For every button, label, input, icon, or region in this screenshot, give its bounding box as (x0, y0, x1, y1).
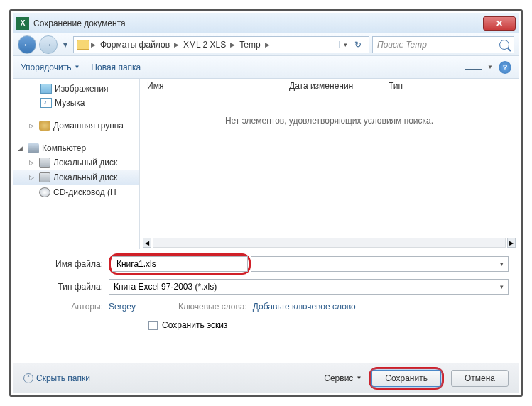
excel-icon: X (16, 17, 29, 30)
folder-icon (77, 40, 89, 50)
tree-item-computer[interactable]: ◢Компьютер (13, 141, 139, 155)
window-title: Сохранение документа (33, 18, 483, 28)
organize-button[interactable]: Упорядочить ▼ (21, 62, 80, 72)
crumb-2[interactable]: XML 2 XLS (180, 40, 229, 50)
music-icon (40, 98, 52, 108)
highlight-save: Сохранить (369, 367, 444, 390)
tree-item-drive1[interactable]: ▷Локальный диск (13, 155, 139, 170)
thumbnail-checkbox[interactable] (148, 321, 158, 330)
forward-button[interactable]: → (39, 35, 58, 54)
save-button[interactable]: Сохранить (371, 370, 441, 387)
pictures-icon (40, 84, 52, 94)
authors-value[interactable]: Sergey (109, 302, 136, 312)
chevron-right-icon: ▶ (174, 41, 179, 48)
cancel-button[interactable]: Отмена (451, 370, 509, 387)
scroll-track[interactable] (153, 238, 506, 248)
list-header: Имя Дата изменения Тип (140, 79, 519, 94)
tags-value[interactable]: Добавьте ключевое слово (253, 302, 356, 312)
tree-item-pictures[interactable]: Изображения (13, 82, 139, 96)
title-bar: X Сохранение документа ✕ (13, 13, 519, 33)
computer-icon (28, 143, 39, 153)
filetype-combo[interactable]: Книга Excel 97-2003 (*.xls) (109, 279, 509, 295)
tree-item-cd[interactable]: CD-дисковод (H (13, 185, 139, 199)
hide-folders-button[interactable]: ˄ Скрыть папки (23, 373, 90, 383)
crumb-3[interactable]: Temp (237, 40, 263, 50)
search-icon (499, 40, 509, 50)
form-area: Имя файла: Книга1.xls ▾ Тип файла: Книга… (13, 249, 519, 334)
filetype-label: Тип файла: (23, 282, 109, 292)
caret-icon: ▷ (29, 174, 36, 181)
caret-icon: ▷ (29, 122, 36, 129)
drive-icon (39, 158, 50, 168)
breadcrumb-dropdown[interactable]: ▾ (339, 41, 347, 48)
homegroup-icon (39, 121, 50, 131)
chevron-down-icon: ▼ (356, 375, 362, 381)
drive-icon (39, 172, 50, 182)
refresh-button[interactable]: ↻ (349, 37, 366, 53)
help-button[interactable]: ? (499, 61, 511, 74)
body-area: Изображения Музыка ▷Домашняя группа ◢Ком… (13, 79, 519, 249)
close-button[interactable]: ✕ (483, 16, 516, 31)
nav-tree[interactable]: Изображения Музыка ▷Домашняя группа ◢Ком… (13, 79, 140, 249)
hscrollbar[interactable]: ◀ ▶ (140, 236, 519, 249)
back-button[interactable]: ← (18, 35, 36, 54)
breadcrumb[interactable]: ▶ Форматы файлов ▶ XML 2 XLS ▶ Temp ▶ ▾ … (73, 36, 369, 53)
chevron-right-icon: ▶ (230, 41, 235, 48)
highlight-filename: Книга1.xls (109, 253, 251, 275)
chevron-right-icon: ▶ (265, 41, 270, 48)
footer: ˄ Скрыть папки Сервис ▼ Сохранить Отмена (13, 363, 519, 393)
thumbnail-label: Сохранить эскиз (162, 320, 228, 330)
nav-bar: ← → ▾ ▶ Форматы файлов ▶ XML 2 XLS ▶ Tem… (13, 33, 519, 56)
col-type[interactable]: Тип (381, 79, 452, 94)
toolbar-right: ▼ ? (465, 61, 511, 74)
thumbnail-row[interactable]: Сохранить эскиз (23, 320, 509, 330)
new-folder-button[interactable]: Новая папка (91, 62, 141, 72)
cd-icon (39, 187, 50, 197)
tree-item-homegroup[interactable]: ▷Домашняя группа (13, 119, 139, 133)
chevron-up-icon: ˄ (23, 373, 33, 383)
scroll-left-icon[interactable]: ◀ (143, 238, 151, 248)
col-name[interactable]: Имя (140, 79, 282, 94)
filename-input[interactable]: Книга1.xls (112, 256, 248, 272)
caret-icon: ▷ (29, 159, 36, 166)
chevron-down-icon: ▼ (74, 64, 80, 70)
caret-down-icon: ◢ (18, 145, 25, 152)
file-list: Имя Дата изменения Тип Нет элементов, уд… (140, 79, 519, 249)
authors-label: Авторы: (23, 302, 109, 312)
view-options-button[interactable] (465, 61, 482, 74)
search-placeholder: Поиск: Temp (377, 40, 427, 50)
chevron-right-icon: ▶ (91, 41, 96, 48)
empty-message: Нет элементов, удовлетворяющих условиям … (140, 94, 519, 236)
tree-item-music[interactable]: Музыка (13, 96, 139, 110)
tags-label: Ключевые слова: (178, 302, 253, 312)
filename-label: Имя файла: (23, 259, 109, 269)
chevron-down-icon[interactable]: ▼ (487, 64, 493, 70)
toolbar: Упорядочить ▼ Новая папка ▼ ? (13, 56, 519, 79)
scroll-right-icon[interactable]: ▶ (507, 238, 516, 248)
chevron-down-icon[interactable]: ▾ (500, 260, 504, 268)
save-dialog: X Сохранение документа ✕ ← → ▾ ▶ Форматы… (13, 13, 519, 393)
crumb-1[interactable]: Форматы файлов (97, 40, 173, 50)
service-button[interactable]: Сервис ▼ (324, 373, 362, 383)
history-dropdown[interactable]: ▾ (60, 36, 70, 53)
search-input[interactable]: Поиск: Temp (372, 36, 514, 53)
tree-item-drive2[interactable]: ▷Локальный диск (13, 170, 139, 185)
col-date[interactable]: Дата изменения (282, 79, 381, 94)
